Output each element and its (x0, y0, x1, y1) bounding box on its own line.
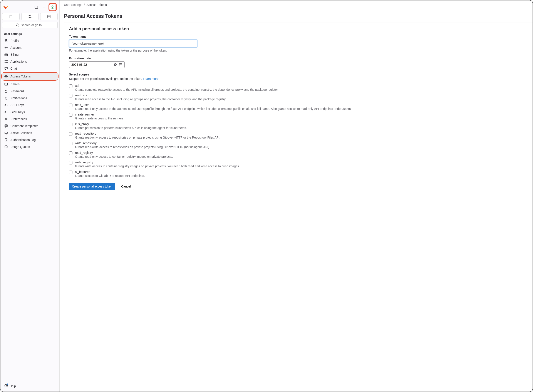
scope-description: Grants read-only access to container reg… (75, 155, 528, 158)
token-name-label: Token name (69, 35, 528, 38)
svg-rect-33 (5, 91, 7, 93)
todos-button[interactable] (40, 13, 58, 20)
scope-name: read_repository (75, 132, 528, 135)
expiration-input-wrap[interactable] (69, 61, 125, 68)
svg-rect-40 (5, 125, 7, 127)
svg-point-37 (5, 118, 6, 119)
sidebar-item-label: Emails (10, 82, 20, 86)
merge-requests-button[interactable] (21, 13, 39, 20)
svg-point-39 (6, 119, 7, 120)
token-name-input[interactable] (69, 40, 197, 47)
form-panel: Add a personal access token Token name F… (64, 22, 533, 392)
sidebar-item-emails[interactable]: Emails (2, 81, 58, 88)
sidebar-item-comment-templates[interactable]: Comment Templates (2, 122, 58, 129)
svg-rect-24 (5, 60, 6, 61)
scope-item-write_repository: write_repositoryGrants read-write access… (69, 141, 528, 149)
scope-checkbox[interactable] (69, 113, 72, 117)
sidebar-item-ssh-keys[interactable]: SSH Keys (2, 102, 58, 108)
add-icon[interactable] (41, 4, 48, 11)
svg-line-19 (18, 26, 19, 27)
sidebar-item-notifications[interactable]: Notifications (2, 95, 58, 102)
svg-point-15 (29, 17, 29, 18)
sidebar-top-row (2, 2, 58, 13)
scope-list: apiGrants complete read/write access to … (69, 84, 528, 177)
sidebar-item-access-tokens[interactable]: Access Tokens (2, 73, 58, 80)
calendar-icon[interactable] (119, 63, 122, 66)
user-avatar-highlighted[interactable] (48, 3, 57, 11)
sidebar-item-usage-quotas[interactable]: Usage Quotas (2, 143, 58, 150)
svg-point-11 (51, 8, 52, 9)
svg-point-5 (52, 5, 53, 6)
svg-rect-22 (5, 54, 8, 56)
breadcrumb: User Settings / Access Tokens (60, 0, 533, 9)
sidebar-item-password[interactable]: Password (2, 88, 58, 95)
scope-checkbox[interactable] (69, 103, 72, 107)
help-link[interactable]: Help (2, 382, 58, 390)
sidebar-item-label: Account (10, 46, 22, 49)
scope-checkbox[interactable] (69, 161, 72, 164)
sidebar-panel-icon[interactable] (33, 4, 40, 11)
cancel-button[interactable]: Cancel (118, 183, 134, 190)
scope-description: Grants read-only access to the authentic… (75, 107, 528, 111)
sidebar-item-gpg-keys[interactable]: GPG Keys (2, 108, 58, 116)
scope-checkbox[interactable] (69, 123, 72, 126)
svg-rect-27 (7, 62, 7, 63)
svg-rect-26 (5, 62, 6, 63)
main-content: User Settings / Access Tokens Personal A… (60, 0, 533, 392)
expiration-input[interactable] (71, 63, 112, 66)
scope-name: create_runner (75, 113, 528, 116)
scope-description: Grants read-only access to repositories … (75, 136, 528, 139)
help-label: Help (9, 384, 16, 388)
sidebar-item-label: Billing (10, 53, 19, 56)
expiration-label: Expiration date (69, 56, 528, 60)
scope-name: read_api (75, 93, 528, 97)
search-placeholder: Search or go to... (21, 23, 44, 27)
sidebar-nav-list: Profile Account Billing Applications Cha… (2, 37, 58, 150)
scope-checkbox[interactable] (69, 142, 72, 145)
form-actions: Create personal access token Cancel (69, 183, 528, 190)
scope-name: api (75, 84, 528, 88)
scope-item-read_repository: read_repositoryGrants read-only access t… (69, 132, 528, 139)
form-title: Add a personal access token (69, 26, 528, 31)
sidebar-item-active-sessions[interactable]: Active Sessions (2, 129, 58, 136)
sidebar-item-profile[interactable]: Profile (2, 37, 58, 44)
scope-description: Grants read access to the API, including… (75, 98, 528, 101)
svg-point-35 (5, 111, 6, 113)
scope-item-ai_features: ai_featuresGrants access to GitLab Duo r… (69, 170, 528, 177)
svg-point-34 (5, 104, 6, 106)
sidebar-item-billing[interactable]: Billing (2, 51, 58, 58)
search-box[interactable]: Search or go to... (2, 22, 58, 28)
sidebar-item-label: Password (10, 89, 24, 93)
sidebar-section-header: User settings (2, 31, 58, 37)
sidebar-item-label: Comment Templates (10, 124, 38, 128)
sidebar-item-label: Active Sessions (10, 131, 32, 135)
sidebar-item-label: Authentication Log (10, 138, 36, 142)
scopes-label: Select scopes (69, 73, 528, 76)
breadcrumb-parent[interactable]: User Settings (64, 3, 82, 7)
scopes-learn-more-link[interactable]: Learn more. (143, 77, 159, 80)
sidebar-item-chat[interactable]: Chat (2, 65, 58, 72)
sidebar-item-account[interactable]: Account (2, 44, 58, 51)
clear-icon[interactable] (114, 63, 117, 66)
scope-item-write_registry: write_registryGrants write access to con… (69, 161, 528, 168)
sidebar-item-label: Usage Quotas (10, 145, 30, 149)
issues-button[interactable] (2, 13, 20, 20)
scope-checkbox[interactable] (69, 171, 72, 174)
sidebar-item-preferences[interactable]: Preferences (2, 116, 58, 122)
svg-rect-25 (7, 60, 7, 61)
svg-point-31 (7, 76, 7, 77)
scope-checkbox[interactable] (69, 84, 72, 88)
sidebar-item-applications[interactable]: Applications (2, 58, 58, 65)
scope-name: ai_features (75, 170, 528, 174)
scope-description: Grants write access to container registr… (75, 164, 528, 168)
page-title: Personal Access Tokens (60, 9, 533, 22)
svg-point-8 (54, 7, 54, 8)
scope-checkbox[interactable] (69, 132, 72, 136)
token-name-helper: For example, the application using the t… (69, 49, 528, 52)
scope-name: read_user (75, 103, 528, 107)
sidebar-item-authentication-log[interactable]: Authentication Log (2, 136, 58, 143)
svg-point-4 (52, 7, 53, 8)
create-token-button[interactable]: Create personal access token (69, 183, 115, 190)
scope-checkbox[interactable] (69, 151, 72, 155)
scope-checkbox[interactable] (69, 94, 72, 98)
